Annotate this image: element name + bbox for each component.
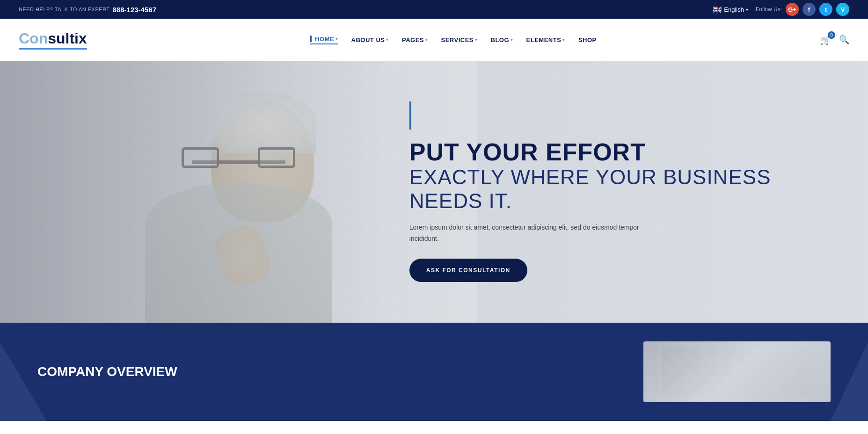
vimeo-icon[interactable]: V	[836, 3, 849, 16]
chevron-down-icon: ▾	[562, 37, 565, 42]
follow-label: Follow Us:	[756, 6, 782, 13]
top-bar-right: 🇬🇧 English ▾ Follow Us: G+ f t V	[713, 3, 849, 16]
navbar: Con sultix HOME ▾ ABOUT US ▾ PAGES ▾ SER…	[0, 19, 868, 61]
cart-badge: 0	[828, 31, 835, 39]
company-overview-title: COMPANY OVERVIEW	[37, 364, 615, 379]
hero-content: PUT YOUR EFFORT EXACTLY WHERE YOUR BUSIN…	[391, 61, 868, 323]
nav-services[interactable]: SERVICES ▾	[441, 36, 478, 43]
nav-about-label: ABOUT US	[351, 36, 385, 43]
bottom-triangle-left	[0, 342, 47, 421]
company-overview-col: COMPANY OVERVIEW	[37, 364, 615, 379]
social-follow: Follow Us: G+ f t V	[756, 3, 849, 16]
bottom-triangle-right	[831, 342, 868, 421]
hero-description: Lorem ipsum dolor sit amet, consectetur …	[409, 222, 643, 245]
help-text: NEED HELP? TALK TO AN EXPERT	[19, 7, 110, 12]
flag-icon: 🇬🇧	[713, 5, 722, 14]
nav-shop-label: SHOP	[578, 36, 597, 43]
logo-part2: sultix	[48, 30, 87, 47]
nav-home-label: HOME	[315, 36, 334, 43]
nav-home[interactable]: HOME ▾	[310, 36, 338, 44]
logo[interactable]: Con sultix	[19, 30, 87, 50]
hero-divider	[409, 101, 411, 130]
chevron-down-icon: ▾	[386, 37, 389, 42]
nav-blog[interactable]: BLOG ▾	[491, 36, 513, 43]
nav-about[interactable]: ABOUT US ▾	[351, 36, 389, 43]
language-label: English	[724, 6, 744, 13]
hero-title-regular: EXACTLY WHERE YOUR BUSINESS NEEDS IT.	[409, 166, 831, 213]
top-bar: NEED HELP? TALK TO AN EXPERT 888-123-456…	[0, 0, 868, 19]
nav-links: HOME ▾ ABOUT US ▾ PAGES ▾ SERVICES ▾ BLO…	[310, 36, 597, 44]
nav-active-bar	[310, 36, 312, 42]
nav-services-label: SERVICES	[441, 36, 474, 43]
bottom-image	[643, 341, 831, 402]
nav-pages[interactable]: PAGES ▾	[402, 36, 428, 43]
chevron-down-icon: ▾	[475, 37, 478, 42]
chevron-down-icon: ▾	[336, 36, 338, 41]
chevron-down-icon: ▾	[511, 37, 513, 42]
google-plus-icon[interactable]: G+	[786, 3, 799, 16]
language-selector[interactable]: 🇬🇧 English ▾	[713, 5, 748, 14]
nav-elements[interactable]: ELEMENTS ▾	[526, 36, 565, 43]
top-bar-left: NEED HELP? TALK TO AN EXPERT 888-123-456…	[19, 6, 156, 14]
nav-elements-label: ELEMENTS	[526, 36, 562, 43]
hero-section: PUT YOUR EFFORT EXACTLY WHERE YOUR BUSIN…	[0, 61, 868, 323]
consultation-button[interactable]: ASK FOR CONSULTATION	[409, 259, 527, 282]
search-icon[interactable]: 🔍	[839, 35, 849, 45]
nav-shop[interactable]: SHOP	[578, 36, 597, 43]
logo-part1: Con	[19, 30, 48, 47]
nav-pages-label: PAGES	[402, 36, 424, 43]
chevron-down-icon: ▾	[425, 37, 428, 42]
nav-blog-label: BLOG	[491, 36, 510, 43]
logo-underline	[19, 48, 87, 50]
nav-right: 🛒 0 🔍	[820, 34, 849, 45]
twitter-icon[interactable]: t	[819, 3, 832, 16]
facebook-icon[interactable]: f	[802, 3, 816, 16]
hero-title-bold: PUT YOUR EFFORT	[409, 139, 831, 166]
cart-icon[interactable]: 🛒 0	[820, 34, 832, 45]
phone-number: 888-123-4567	[113, 6, 156, 14]
bottom-section: COMPANY OVERVIEW	[0, 323, 868, 421]
chevron-down-icon: ▾	[746, 7, 748, 12]
